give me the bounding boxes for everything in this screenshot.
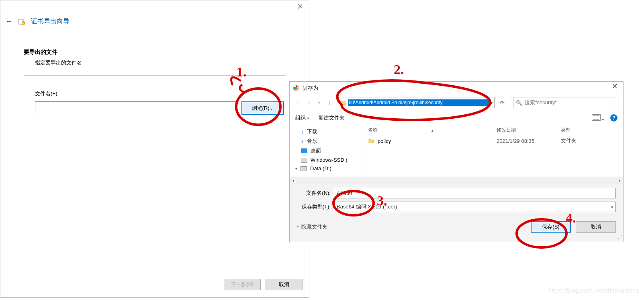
divider [24, 75, 286, 76]
wizard-title: 证书导出向导 [31, 17, 70, 26]
wizard-footer: 下一步(N) 取消 [224, 279, 303, 290]
close-icon[interactable] [291, 0, 309, 12]
scroll-left-icon[interactable]: ◂ [290, 178, 296, 183]
filename-input[interactable] [35, 101, 238, 114]
saveas-title: 另存为 [303, 85, 318, 92]
chevron-down-icon: ▼ [307, 117, 310, 120]
cert-export-wizard-window: ← 证书导出向导 要导出的文件 指定要导出的文件名 文件名(F): 浏览(R).… [0, 0, 309, 298]
chevron-down-icon: ▼ [601, 118, 605, 122]
list-view-icon [592, 114, 601, 121]
column-name[interactable]: 名称▴ [362, 127, 497, 134]
file-row[interactable]: policy 2021/1/29 08:35 文件夹 [362, 135, 623, 146]
nav-item-desktop[interactable]: 桌面 [290, 146, 362, 156]
saveas-fields: 文件名(N): 保存类型(T): Base64 编码 X.509 (*.cer)… [290, 184, 623, 218]
download-icon: ↓ [301, 129, 304, 135]
section-subheading: 指定要导出的文件名 [35, 59, 286, 66]
address-bar: ← → ▾ ↑ 60\Android\Android Studio\jre\jr… [290, 95, 623, 111]
search-input[interactable]: 🔍 搜索"security" [513, 97, 615, 108]
svg-point-1 [22, 21, 25, 25]
refresh-icon[interactable]: ⟳ [498, 100, 507, 106]
view-mode-button[interactable]: ▼ [592, 114, 605, 122]
browse-button[interactable]: 浏览(R)... [241, 101, 284, 115]
chrome-icon [293, 85, 299, 91]
organize-menu[interactable]: 组织▼ [295, 114, 310, 122]
resize-grip-icon[interactable]: ⋰ [617, 236, 622, 241]
chevron-down-icon: ▾ [611, 205, 613, 209]
address-path: 60\Android\Android Studio\jre\jre\lib\se… [348, 99, 489, 106]
file-date: 2021/1/29 08:35 [497, 138, 561, 144]
cancel-button[interactable]: 取消 [576, 221, 616, 233]
help-icon[interactable]: ? [610, 114, 617, 122]
filetype-value: Base64 编码 X.509 (*.cer) [337, 203, 397, 210]
chevron-up-icon: ˄ [297, 225, 299, 229]
desktop-icon [301, 148, 307, 153]
nav-forward-icon[interactable]: → [304, 99, 313, 106]
sort-caret-icon: ▴ [431, 128, 433, 132]
folder-icon [368, 138, 374, 143]
disk-icon [301, 166, 307, 171]
saveas-toolbar: 组织▼ 新建文件夹 ▼ ? [290, 111, 623, 125]
filename-label: 文件名(N): [297, 190, 331, 197]
music-icon: ♪ [301, 138, 304, 144]
section-heading: 要导出的文件 [24, 49, 286, 56]
wizard-header: ← 证书导出向导 [5, 17, 70, 26]
cancel-button[interactable]: 取消 [266, 279, 303, 290]
filetype-label: 保存类型(T): [297, 203, 331, 210]
file-type: 文件夹 [561, 137, 623, 144]
wizard-body: 要导出的文件 指定要导出的文件名 文件名(F): 浏览(R)... [24, 49, 286, 115]
disk-icon [301, 158, 307, 163]
certificate-icon [18, 18, 25, 25]
file-list-pane: 名称▴ 修改日期 类型 policy 2021/1/29 08:35 文件夹 [362, 125, 623, 177]
wizard-titlebar [0, 0, 309, 18]
save-button[interactable]: 保存(S) [531, 221, 571, 233]
svg-text:2.: 2. [394, 62, 404, 77]
column-headers: 名称▴ 修改日期 类型 [362, 125, 623, 135]
nav-item-data-d[interactable]: ▾Data (D:) [290, 164, 362, 173]
search-icon: 🔍 [516, 100, 522, 106]
scroll-right-icon[interactable]: ▸ [616, 178, 623, 183]
svg-point-3 [295, 87, 297, 89]
chevron-down-icon[interactable]: ▾ [491, 101, 493, 105]
nav-item-music[interactable]: ♪音乐 [290, 136, 362, 146]
column-date[interactable]: 修改日期 [497, 127, 561, 134]
horizontal-scrollbar[interactable]: ◂ ▸ [290, 177, 623, 184]
nav-item-downloads[interactable]: ↓下载 [290, 127, 362, 136]
nav-back-icon[interactable]: ← [294, 99, 303, 106]
back-arrow-icon[interactable]: ← [5, 17, 12, 26]
saveas-body: ↓下载 ♪音乐 桌面 Windows-SSD ( ▾Data (D:) 名称▴ … [290, 125, 623, 177]
hide-folders-toggle[interactable]: ˄ 隐藏文件夹 [297, 223, 327, 231]
column-type[interactable]: 类型 [561, 127, 623, 134]
filename-input[interactable] [334, 188, 616, 198]
search-placeholder: 搜索"security" [525, 99, 557, 106]
file-name: policy [378, 138, 391, 144]
saveas-footer: ˄ 隐藏文件夹 保存(S) 取消 [290, 218, 623, 236]
nav-recent-icon[interactable]: ▾ [315, 101, 323, 105]
filetype-select[interactable]: Base64 编码 X.509 (*.cer) ▾ [334, 202, 616, 212]
nav-item-windows-ssd[interactable]: Windows-SSD ( [290, 156, 362, 164]
chevron-down-icon: ▾ [295, 167, 297, 171]
folder-icon [340, 100, 346, 105]
close-icon[interactable] [609, 83, 621, 90]
next-button[interactable]: 下一步(N) [224, 279, 261, 290]
new-folder-button[interactable]: 新建文件夹 [319, 114, 345, 122]
save-as-dialog: 另存为 ← → ▾ ↑ 60\Android\Android Studio\jr… [289, 81, 624, 242]
nav-up-icon[interactable]: ↑ [325, 99, 334, 106]
address-box[interactable]: 60\Android\Android Studio\jre\jre\lib\se… [338, 97, 495, 108]
nav-pane: ↓下载 ♪音乐 桌面 Windows-SSD ( ▾Data (D:) [290, 125, 362, 177]
saveas-titlebar: 另存为 [290, 82, 623, 95]
filename-label: 文件名(F): [35, 90, 286, 97]
watermark: https://blog.csdn.net/cristinamona [548, 287, 639, 294]
